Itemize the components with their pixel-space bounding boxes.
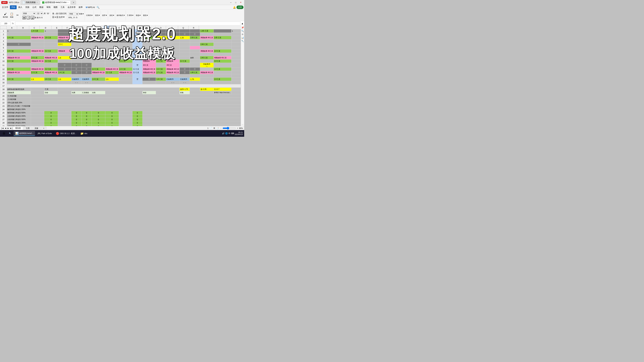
- cell-d1[interactable]: [58, 29, 72, 33]
- cell-a6[interactable]: [7, 46, 31, 49]
- cell-d6[interactable]: [58, 46, 72, 49]
- cell-q2[interactable]: [214, 33, 231, 36]
- cell-p10[interactable]: [200, 59, 214, 63]
- cell-h8[interactable]: [105, 53, 119, 56]
- cell-f1[interactable]: [82, 29, 92, 33]
- cell-l3[interactable]: 1.75: [156, 36, 166, 39]
- col-p[interactable]: P: [166, 26, 178, 29]
- cell-d15[interactable]: 1.5: [58, 78, 72, 81]
- cell-q1[interactable]: [214, 29, 231, 33]
- cell-h26[interactable]: 0: [105, 114, 119, 118]
- cell-r10[interactable]: [231, 59, 241, 63]
- cell-r16[interactable]: [231, 81, 241, 84]
- cell-h7[interactable]: [105, 49, 119, 53]
- cell-j5[interactable]: [132, 43, 142, 46]
- cell-r14[interactable]: [231, 74, 241, 78]
- cell-i3[interactable]: 空: [119, 36, 132, 39]
- cell-k15[interactable]: 空: [142, 78, 156, 81]
- cell-e16[interactable]: ←→: [72, 81, 82, 84]
- cell-f9[interactable]: [82, 56, 92, 59]
- cell-l12[interactable]: 2.2 亡灵: [156, 67, 166, 71]
- cell-n6[interactable]: [180, 46, 190, 49]
- decimal-dec-btn[interactable]: .0↓: [76, 16, 78, 18]
- cell-o2[interactable]: 空: [190, 33, 200, 36]
- border-btn[interactable]: ⊞: [37, 16, 38, 19]
- cell-n10[interactable]: 2.2 亡灵: [180, 59, 190, 63]
- cell-i4[interactable]: 空: [119, 39, 132, 43]
- cell-o7[interactable]: [190, 49, 200, 53]
- cut-btn[interactable]: ✂: [15, 13, 20, 17]
- cell-c12[interactable]: 2.2 亡灵: [44, 67, 58, 71]
- cell-d3[interactable]: 周围效果 40亡灵: [58, 36, 72, 39]
- cell-f7[interactable]: [82, 49, 92, 53]
- cell-k4[interactable]: [142, 39, 156, 43]
- cell-m11[interactable]: 40亡灵: [166, 63, 180, 67]
- cell-p12[interactable]: [200, 67, 214, 71]
- cell-j1[interactable]: [132, 29, 142, 33]
- cell-c18[interactable]: 亡灵: [44, 88, 58, 91]
- cell-g1[interactable]: [92, 29, 105, 33]
- cell-b12[interactable]: 周围效果 40亡灵: [31, 67, 44, 71]
- cell-j29[interactable]: 0: [132, 124, 142, 126]
- cell-j6[interactable]: [132, 46, 142, 49]
- col-o[interactable]: O: [156, 26, 166, 29]
- cell-m6[interactable]: [166, 46, 180, 49]
- cell-o6[interactable]: [190, 46, 200, 49]
- font-name-selector[interactable]: 宋体: [22, 11, 36, 15]
- cell-c26[interactable]: 0: [44, 114, 58, 118]
- cell-e28[interactable]: 0: [72, 121, 82, 124]
- cell-q7[interactable]: 1.8 亡灵: [214, 49, 231, 53]
- tray-icon-4[interactable]: ⌨: [231, 132, 234, 135]
- cell-p16[interactable]: [200, 81, 214, 84]
- cell-e29[interactable]: 0: [72, 124, 82, 126]
- cell-r12[interactable]: [231, 67, 241, 71]
- cell-d28[interactable]: [58, 121, 72, 124]
- cell-f19[interactable]: 亡灵模拟: [82, 91, 92, 94]
- nav-next[interactable]: ►: [7, 127, 9, 129]
- cell-e27[interactable]: 0: [72, 118, 82, 121]
- taskbar-item-obsdir[interactable]: 📁 obs: [79, 131, 89, 136]
- col-f[interactable]: F: [62, 26, 72, 29]
- cell-q8[interactable]: [214, 53, 231, 56]
- menu-tools[interactable]: 工具: [59, 5, 66, 9]
- cell-a25[interactable]: 物理词缀几率提高 500%: [7, 111, 31, 114]
- align-middle-btn[interactable]: ↕: [54, 12, 56, 15]
- cell-b19[interactable]: [31, 91, 44, 94]
- cell-c3[interactable]: 1.8 亡灵: [44, 36, 58, 39]
- cell-i14[interactable]: [119, 74, 132, 78]
- cell-i16[interactable]: [119, 81, 132, 84]
- cell-a2[interactable]: [7, 33, 31, 36]
- cell-k9[interactable]: [142, 56, 156, 59]
- cell-i12[interactable]: 2.2 亡灵: [119, 67, 132, 71]
- cell-h13[interactable]: 2.2 亡灵: [105, 71, 119, 74]
- cell-i7[interactable]: [119, 49, 132, 53]
- cell-o18[interactable]: [190, 88, 200, 91]
- font-color-btn[interactable]: A: [41, 16, 42, 19]
- col-k[interactable]: K: [114, 26, 124, 29]
- cell-g7[interactable]: [92, 49, 105, 53]
- cell-n5[interactable]: [180, 43, 190, 46]
- cell-d9[interactable]: 1.8: [58, 56, 72, 59]
- nav-first[interactable]: |◄: [1, 127, 4, 129]
- col-a[interactable]: A: [7, 26, 17, 29]
- cell-e5[interactable]: [72, 43, 82, 46]
- cell-m10[interactable]: 周围效果: [166, 59, 180, 63]
- cell-f2[interactable]: 空: [82, 33, 92, 36]
- cell-j8[interactable]: [132, 53, 142, 56]
- cell-f27[interactable]: 0: [82, 118, 92, 121]
- cell-k14[interactable]: [142, 74, 156, 78]
- cell-n4[interactable]: [180, 39, 190, 43]
- cell-j9[interactable]: [132, 56, 142, 59]
- side-tool-more[interactable]: ...: [242, 123, 243, 125]
- cell-f5[interactable]: [82, 43, 92, 46]
- cell-d25[interactable]: [58, 111, 72, 114]
- cell-d7[interactable]: 周围效果: [58, 49, 72, 53]
- cell-o8[interactable]: [190, 53, 200, 56]
- cell-m8[interactable]: [166, 53, 180, 56]
- col-q[interactable]: Q: [178, 26, 188, 29]
- cell-b2[interactable]: [31, 33, 44, 36]
- cell-d16[interactable]: [58, 81, 72, 84]
- sort-btn[interactable]: 排序▼: [102, 14, 107, 16]
- cell-m7[interactable]: [166, 49, 180, 53]
- cell-k19[interactable]: 单价: [142, 91, 156, 94]
